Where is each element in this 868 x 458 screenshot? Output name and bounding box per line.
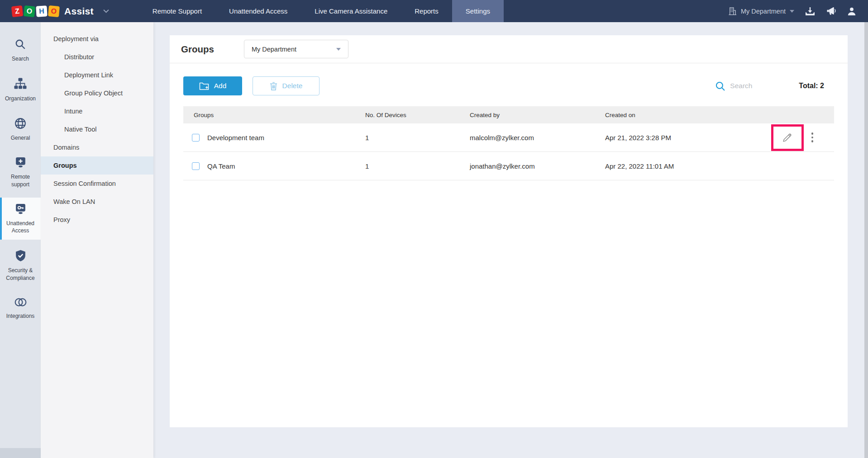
department-switcher[interactable]: My Department: [728, 7, 794, 15]
row-checkbox[interactable]: [192, 162, 200, 170]
submenu-item-group-policy-object[interactable]: Group Policy Object: [41, 84, 153, 102]
user-avatar-icon[interactable]: [847, 7, 856, 16]
department-dropdown[interactable]: My Department: [244, 40, 348, 58]
department-name: My Department: [741, 8, 786, 15]
sidebar-item-unattended-access[interactable]: Unattended Access: [0, 198, 41, 240]
sidebar-item-search[interactable]: Search: [0, 33, 41, 68]
column-header-created-by[interactable]: Created by: [470, 112, 605, 118]
page-title: Groups: [181, 44, 214, 55]
nav-item-unattended-access[interactable]: Unattended Access: [215, 0, 301, 22]
group-created-by: jonathan@zylker.com: [470, 162, 605, 170]
shield-check-icon: [15, 250, 26, 264]
zoho-assist-logo[interactable]: Z O H O Assist: [0, 6, 115, 17]
page-scrollbar[interactable]: [864, 22, 868, 458]
submenu-item-proxy[interactable]: Proxy: [41, 211, 153, 229]
submenu-item-native-tool[interactable]: Native Tool: [41, 120, 153, 138]
sidebar-footer-strip: [0, 448, 41, 458]
product-name: Assist: [64, 6, 94, 17]
sidebar-item-organization[interactable]: Organization: [0, 72, 41, 107]
sidebar-item-label: Integrations: [6, 312, 35, 320]
nav-item-reports[interactable]: Reports: [401, 0, 452, 22]
group-device-count: 1: [365, 134, 470, 142]
folder-plus-icon: [199, 82, 209, 90]
group-name: QA Team: [207, 162, 235, 170]
main-content-area: Groups My Department Add Dele: [153, 22, 868, 458]
submenu-item-distributor[interactable]: Distributor: [41, 48, 153, 66]
card-header: Groups My Department: [170, 35, 848, 63]
logo-tile: Z: [11, 5, 23, 17]
group-created-on: Apr 22, 2022 11:01 AM: [605, 162, 733, 170]
scrollbar-thumb[interactable]: [864, 22, 868, 458]
edit-annotation-highlight: [771, 124, 804, 151]
nav-item-live-camera-assistance[interactable]: Live Camera Assistance: [301, 0, 401, 22]
globe-icon: [14, 118, 26, 131]
main-nav: Remote Support Unattended Access Live Ca…: [139, 0, 504, 22]
monitor-plus-icon: [14, 157, 27, 170]
submenu-item-wake-on-lan[interactable]: Wake On LAN: [41, 193, 153, 211]
group-name: Development team: [207, 134, 264, 142]
monitor-key-icon: [14, 203, 27, 217]
sidebar-item-label: Search: [12, 55, 29, 62]
search-box[interactable]: [715, 81, 780, 91]
sidebar-item-integrations[interactable]: Integrations: [0, 291, 41, 325]
edit-pencil-icon[interactable]: [782, 132, 792, 143]
group-device-count: 1: [365, 162, 470, 170]
column-header-devices[interactable]: No. Of Devices: [365, 112, 470, 118]
logo-tile: H: [36, 5, 47, 17]
add-group-button[interactable]: Add: [183, 76, 242, 95]
table-row[interactable]: Development team 1 malcolm@zylker.com Ap…: [183, 123, 834, 152]
more-actions-icon[interactable]: [810, 131, 816, 144]
column-header-groups[interactable]: Groups: [183, 112, 365, 118]
row-checkbox[interactable]: [192, 134, 200, 142]
search-input[interactable]: [730, 82, 780, 90]
logo-tile: O: [24, 5, 35, 17]
sidebar-item-security-compliance[interactable]: Security & Compliance: [0, 244, 41, 287]
delete-button-label: Delete: [282, 82, 303, 90]
search-icon: [715, 81, 725, 91]
submenu-item-deployment-via[interactable]: Deployment via: [41, 30, 153, 48]
submenu-item-domains[interactable]: Domains: [41, 138, 153, 156]
settings-submenu: Deployment via Distributor Deployment Li…: [41, 22, 153, 458]
megaphone-icon[interactable]: [826, 7, 836, 16]
sidebar-item-remote-support[interactable]: Remote support: [0, 151, 41, 194]
submenu-item-deployment-link[interactable]: Deployment Link: [41, 66, 153, 84]
sidebar-item-general[interactable]: General: [0, 112, 41, 147]
top-navbar: Z O H O Assist Remote Support Unattended…: [0, 0, 868, 22]
navbar-right-actions: My Department: [728, 7, 868, 16]
submenu-item-intune[interactable]: Intune: [41, 102, 153, 120]
groups-table: Groups No. Of Devices Created by Created…: [183, 106, 834, 180]
building-icon: [728, 7, 737, 15]
icon-sidebar: Search Organization General Remote suppo…: [0, 22, 41, 458]
chevron-down-icon[interactable]: [103, 9, 109, 13]
linked-rings-icon: [14, 297, 27, 309]
chevron-down-icon: [790, 10, 794, 13]
sidebar-item-label: Unattended Access: [3, 220, 38, 234]
sidebar-item-label: Security & Compliance: [3, 267, 38, 281]
trash-icon: [270, 82, 277, 90]
nav-item-settings[interactable]: Settings: [452, 0, 504, 22]
sidebar-item-label: General: [11, 134, 30, 142]
chevron-down-icon: [336, 48, 341, 51]
nav-item-remote-support[interactable]: Remote Support: [139, 0, 215, 22]
logo-tile: O: [48, 5, 60, 17]
column-header-created-on[interactable]: Created on: [605, 112, 733, 118]
department-dropdown-value: My Department: [252, 46, 296, 53]
sidebar-item-label: Organization: [5, 95, 36, 102]
group-created-on: Apr 21, 2022 3:28 PM: [605, 134, 733, 142]
page-layout: Search Organization General Remote suppo…: [0, 22, 868, 458]
download-icon[interactable]: [805, 7, 815, 16]
groups-card: Groups My Department Add Dele: [170, 35, 848, 427]
submenu-item-groups[interactable]: Groups: [41, 156, 153, 175]
table-header-row: Groups No. Of Devices Created by Created…: [183, 106, 834, 123]
total-count: Total: 2: [799, 82, 824, 90]
sidebar-item-label: Remote support: [3, 173, 38, 188]
zoho-logo-tiles: Z O H O: [12, 6, 59, 17]
submenu-item-session-confirmation[interactable]: Session Confirmation: [41, 175, 153, 193]
delete-group-button[interactable]: Delete: [253, 76, 320, 95]
search-icon: [14, 38, 26, 52]
org-chart-icon: [14, 78, 27, 91]
table-row[interactable]: QA Team 1 jonathan@zylker.com Apr 22, 20…: [183, 152, 834, 180]
add-button-label: Add: [214, 82, 227, 90]
group-created-by: malcolm@zylker.com: [470, 134, 605, 142]
groups-toolbar: Add Delete Total: 2: [170, 63, 848, 106]
